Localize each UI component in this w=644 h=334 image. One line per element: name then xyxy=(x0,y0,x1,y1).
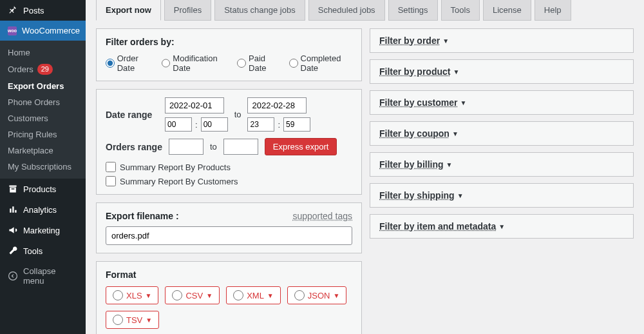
summary-products-checkbox[interactable] xyxy=(106,162,116,172)
sidebar-sub-export-orders[interactable]: Export Orders xyxy=(0,78,86,94)
caret-down-icon: ▼ xyxy=(267,292,274,299)
caret-down-icon: ▼ xyxy=(460,99,466,106)
radio-paid-date[interactable]: Paid Date xyxy=(237,54,279,73)
tab-profiles[interactable]: Profiles xyxy=(164,0,211,21)
sidebar-item-posts[interactable]: Posts xyxy=(0,0,86,21)
tabs-bar: Export now Profiles Status change jobs S… xyxy=(96,0,634,21)
filter-orders-panel: Filter orders by: Order Date Modificatio… xyxy=(96,28,362,81)
tab-status-change[interactable]: Status change jobs xyxy=(214,0,305,21)
filter-by-item[interactable]: Filter by item and metadata▼ xyxy=(370,214,634,239)
tab-settings[interactable]: Settings xyxy=(388,0,438,21)
to-label: to xyxy=(234,110,242,119)
filename-input[interactable] xyxy=(106,226,352,245)
minute-from-input[interactable] xyxy=(201,117,228,132)
hour-to-input[interactable] xyxy=(247,117,274,132)
collapse-icon xyxy=(8,271,18,281)
woo-icon: woo xyxy=(8,26,17,35)
date-from-input[interactable] xyxy=(165,97,224,113)
sidebar-label: Collapse menu xyxy=(23,266,78,286)
filter-by-billing[interactable]: Filter by billing▼ xyxy=(370,152,634,177)
format-title: Format xyxy=(106,270,352,280)
sidebar-sub-customers[interactable]: Customers xyxy=(0,110,86,126)
format-csv-button[interactable]: CSV▼ xyxy=(165,286,220,304)
wrench-icon xyxy=(8,246,18,256)
radio-modification-date[interactable]: Modification Date xyxy=(162,54,229,73)
format-xls-button[interactable]: XLS▼ xyxy=(106,286,158,304)
caret-down-icon: ▼ xyxy=(442,37,449,44)
supported-tags-link[interactable]: supported tags xyxy=(292,211,352,221)
filter-by-customer[interactable]: Filter by customer▼ xyxy=(370,90,634,115)
format-json-button[interactable]: JSON▼ xyxy=(287,286,347,304)
filter-orders-title: Filter orders by: xyxy=(106,37,352,47)
date-range-label: Date range xyxy=(106,110,158,120)
admin-sidebar: Posts woo WooCommerce Home Orders 29 Exp… xyxy=(0,0,86,334)
tab-scheduled[interactable]: Scheduled jobs xyxy=(308,0,385,21)
sidebar-item-analytics[interactable]: Analytics xyxy=(0,199,86,220)
svg-point-0 xyxy=(9,272,17,280)
sidebar-item-products[interactable]: Products xyxy=(0,179,86,199)
filter-by-shipping[interactable]: Filter by shipping▼ xyxy=(370,183,634,208)
radio-order-date[interactable]: Order Date xyxy=(106,54,153,73)
caret-down-icon: ▼ xyxy=(333,292,339,299)
sidebar-label: Posts xyxy=(23,6,44,15)
sidebar-item-marketing[interactable]: Marketing xyxy=(0,220,86,241)
filename-panel: Export filename : supported tags xyxy=(96,202,362,253)
sidebar-sub-orders[interactable]: Orders 29 xyxy=(0,61,86,78)
caret-down-icon: ▼ xyxy=(457,192,464,199)
sidebar-sub-marketplace[interactable]: Marketplace xyxy=(0,142,86,159)
sidebar-item-tools[interactable]: Tools xyxy=(0,241,86,261)
filename-label: Export filename : xyxy=(106,211,179,221)
megaphone-icon xyxy=(8,225,18,235)
express-export-button[interactable]: Express export xyxy=(265,138,337,155)
sidebar-submenu: Home Orders 29 Export Orders Phone Order… xyxy=(0,41,86,179)
format-tsv-button[interactable]: TSV▼ xyxy=(106,311,159,329)
caret-down-icon: ▼ xyxy=(453,68,459,75)
caret-down-icon: ▼ xyxy=(146,292,152,299)
archive-icon xyxy=(8,184,18,194)
chart-icon xyxy=(8,204,18,215)
radio-completed-date[interactable]: Completed Date xyxy=(289,54,352,73)
caret-down-icon: ▼ xyxy=(498,223,505,230)
sidebar-label: Marketing xyxy=(23,226,60,235)
format-panel: Format XLS▼ CSV▼ XML▼ JSON▼ TSV▼ PDF▼ HT… xyxy=(96,261,362,334)
filter-by-coupon[interactable]: Filter by coupon▼ xyxy=(370,121,634,146)
orders-from-input[interactable] xyxy=(169,139,204,155)
sidebar-label: WooCommerce xyxy=(22,26,80,35)
summary-customers-checkbox[interactable] xyxy=(106,176,116,186)
caret-down-icon: ▼ xyxy=(146,317,152,324)
tab-license[interactable]: License xyxy=(483,0,531,21)
sidebar-sub-phone-orders[interactable]: Phone Orders xyxy=(0,94,86,110)
main-content: Export now Profiles Status change jobs S… xyxy=(86,0,644,334)
tab-tools[interactable]: Tools xyxy=(441,0,480,21)
filter-by-product[interactable]: Filter by product▼ xyxy=(370,59,634,84)
sidebar-sub-my-subscriptions[interactable]: My Subscriptions xyxy=(0,159,86,175)
orders-count-badge: 29 xyxy=(37,64,53,75)
caret-down-icon: ▼ xyxy=(452,130,459,137)
orders-range-label: Orders range xyxy=(106,142,162,152)
sidebar-label: Tools xyxy=(23,246,43,256)
filter-by-order[interactable]: Filter by order▼ xyxy=(370,28,634,53)
hour-from-input[interactable] xyxy=(165,117,192,132)
orders-to-input[interactable] xyxy=(223,139,258,155)
tab-help[interactable]: Help xyxy=(535,0,571,21)
format-xml-button[interactable]: XML▼ xyxy=(226,286,281,304)
caret-down-icon: ▼ xyxy=(206,292,213,299)
pin-icon xyxy=(8,5,18,15)
sidebar-sub-home[interactable]: Home xyxy=(0,44,86,61)
sidebar-item-woocommerce[interactable]: woo WooCommerce xyxy=(0,21,86,41)
sidebar-item-collapse[interactable]: Collapse menu xyxy=(0,261,86,291)
sidebar-sub-pricing-rules[interactable]: Pricing Rules xyxy=(0,126,86,142)
caret-down-icon: ▼ xyxy=(446,161,453,168)
tab-export-now[interactable]: Export now xyxy=(96,0,161,21)
date-to-input[interactable] xyxy=(247,97,307,113)
minute-to-input[interactable] xyxy=(283,117,310,132)
sidebar-label: Analytics xyxy=(23,205,57,215)
sidebar-label: Products xyxy=(23,184,56,194)
date-orders-panel: Date range : to : xyxy=(96,89,362,195)
